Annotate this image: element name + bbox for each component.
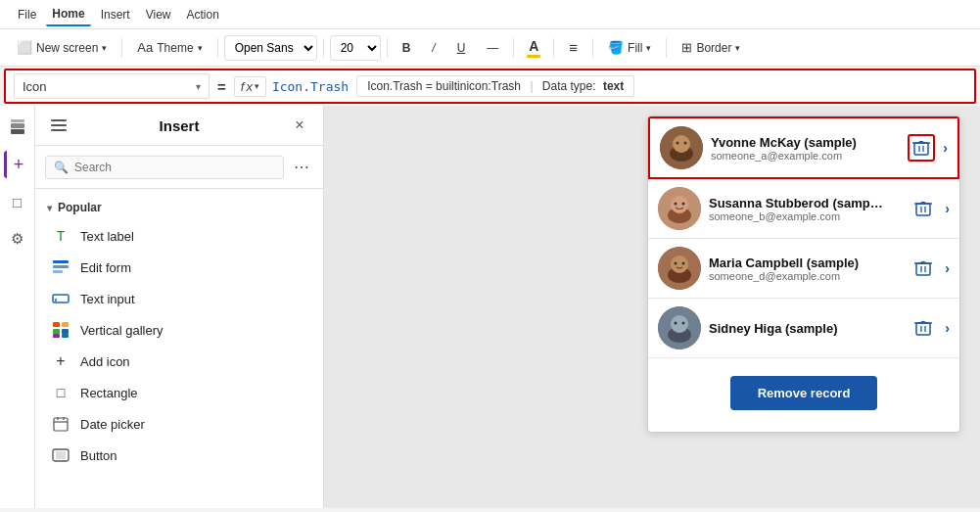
toolbar: ⬜ New screen ▾ Aa Theme ▾ Open Sans 20 B… [0,29,980,67]
svg-rect-43 [916,263,930,275]
insert-vertical-gallery-label: Vertical gallery [80,323,163,338]
avatar [658,187,701,230]
fill-label: Fill [628,41,642,55]
formula-field-name-label: Icon [23,79,192,94]
record-name: Sidney Higa (sample) [709,321,902,336]
border-button[interactable]: ⊞ Border ▾ [673,35,749,60]
underline-button[interactable]: U [448,36,475,60]
font-color-button[interactable]: A [520,35,547,61]
fill-button[interactable]: 🪣 Fill ▾ [599,35,660,60]
trash-icon-button[interactable] [910,255,937,282]
svg-rect-10 [53,329,60,334]
insert-text-label-item[interactable]: T Text label [35,220,323,252]
settings-sidebar-icon[interactable]: ⚙ [4,225,31,253]
insert-panel-title: Insert [160,117,200,134]
italic-button[interactable]: / [423,36,443,60]
font-size-select[interactable]: 20 [330,35,381,61]
insert-edit-form-label: Edit form [80,260,131,275]
popular-section-header[interactable]: ▾ Popular [35,195,323,220]
svg-rect-19 [56,451,66,459]
toolbar-sep-3 [323,38,324,58]
toolbar-sep-8 [666,38,667,58]
trash-icon-button[interactable] [910,314,937,342]
search-more-options-button[interactable]: ⋯ [290,154,313,180]
left-sidebar: + □ ⚙ [0,106,35,508]
record-item[interactable]: Sidney Higa (sample) › [648,299,959,358]
svg-rect-11 [62,329,69,334]
svg-rect-1 [11,123,24,128]
svg-point-31 [671,196,688,213]
record-item[interactable]: Susanna Stubberod (samp… someone_b@examp… [648,179,959,239]
record-chevron-icon[interactable]: › [943,140,948,156]
bold-button[interactable]: B [394,36,420,60]
border-label: Border [696,41,731,55]
fill-chevron-icon: ▾ [646,43,651,53]
insert-panel: Insert × 🔍 ⋯ ▾ Popular T Text label [35,106,324,508]
new-screen-label: New screen [36,41,98,55]
remove-record-button[interactable]: Remove record [730,376,878,410]
insert-button-item[interactable]: Button [35,440,323,471]
formula-field-chevron-icon[interactable]: ▾ [196,81,201,92]
svg-point-24 [684,142,687,145]
insert-text-input-item[interactable]: Text input [35,283,323,314]
layers-sidebar-icon[interactable] [4,114,31,141]
insert-add-icon-label: Add icon [80,354,130,369]
search-input[interactable] [74,161,275,174]
insert-vertical-gallery-item[interactable]: Vertical gallery [35,314,323,346]
trash-icon-button[interactable] [908,134,935,162]
popular-chevron-icon: ▾ [47,203,52,213]
record-item[interactable]: Maria Campbell (sample) someone_d@exampl… [648,239,959,299]
insert-date-picker-item[interactable]: Date picker [35,408,323,440]
formulabar-wrapper: Icon ▾ = f x ▾ Icon.Trash Icon.Trash = b… [0,67,980,106]
svg-point-42 [682,262,685,265]
add-sidebar-icon[interactable]: + [4,151,31,178]
svg-rect-12 [53,334,60,338]
svg-point-33 [682,203,685,206]
menu-action[interactable]: Action [181,4,225,25]
formula-fx-button[interactable]: f x ▾ [234,76,266,97]
record-email: someone_a@example.com [711,150,900,162]
theme-label: Theme [157,41,193,55]
record-email: someone_b@example.com [709,210,902,222]
border-icon: ⊞ [681,40,692,55]
text-input-icon [51,289,70,308]
main-layout: + □ ⚙ Insert × 🔍 ⋯ ▾ Popular [0,106,980,508]
svg-point-49 [671,315,688,333]
strikethrough-button[interactable]: — [478,36,507,60]
edit-form-icon [51,257,70,277]
formula-value-area[interactable]: Icon.Trash Icon.Trash = builtinicon:Tras… [272,75,966,97]
new-screen-button[interactable]: ⬜ New screen ▾ [8,35,116,60]
rectangle-icon: □ [51,383,70,402]
formula-name-field[interactable]: Icon ▾ [14,73,210,99]
svg-rect-2 [11,119,24,122]
record-chevron-icon[interactable]: › [945,320,950,336]
search-box: 🔍 [45,156,284,179]
canvas-area: Yvonne McKay (sample) someone_a@example.… [324,106,980,508]
menu-home[interactable]: Home [46,3,90,26]
date-picker-icon [51,414,70,434]
menu-insert[interactable]: Insert [95,4,136,25]
fx-icon: f [241,79,245,94]
hamburger-menu-icon[interactable] [47,116,70,135]
trash-icon-button[interactable] [910,195,937,222]
insert-panel-close-button[interactable]: × [288,114,311,137]
record-item[interactable]: Yvonne McKay (sample) someone_a@example.… [648,116,959,179]
insert-edit-form-item[interactable]: Edit form [35,252,323,283]
record-name: Maria Campbell (sample) [709,256,902,270]
font-family-select[interactable]: Open Sans [224,35,317,61]
shape-sidebar-icon[interactable]: □ [4,188,31,215]
insert-add-icon-item[interactable]: + Add icon [35,346,323,377]
record-chevron-icon[interactable]: › [945,260,950,276]
menu-file[interactable]: File [12,4,42,25]
fx-chevron-icon: ▾ [255,81,259,91]
insert-rectangle-item[interactable]: □ Rectangle [35,377,323,408]
app-screen: Yvonne McKay (sample) someone_a@example.… [647,116,960,433]
theme-button[interactable]: Aa Theme ▾ [128,35,210,60]
menu-view[interactable]: View [140,4,177,25]
theme-icon: Aa [137,40,153,55]
align-button[interactable]: ≡ [560,34,586,61]
svg-point-51 [682,322,685,325]
record-chevron-icon[interactable]: › [945,201,950,216]
svg-rect-13 [62,334,69,338]
svg-point-32 [675,203,677,206]
